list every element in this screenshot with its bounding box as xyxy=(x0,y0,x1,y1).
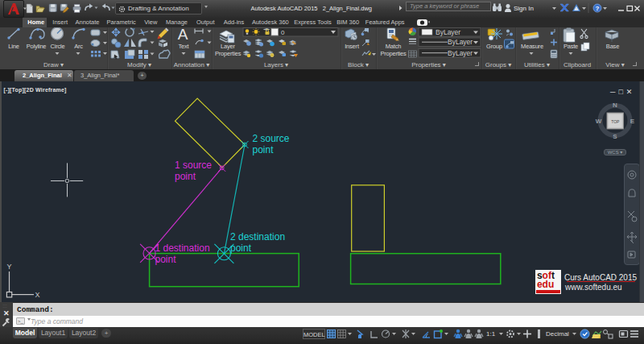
svg-text:?: ? xyxy=(596,5,600,12)
svg-text:ByLayer: ByLayer xyxy=(448,38,473,46)
svg-text:E: E xyxy=(630,118,635,125)
svg-text:ByLayer: ByLayer xyxy=(448,49,473,57)
svg-text:TOP: TOP xyxy=(611,119,620,124)
svg-text:0: 0 xyxy=(281,29,285,36)
svg-text:ByLayer: ByLayer xyxy=(436,28,460,36)
svg-text:W: W xyxy=(596,118,602,125)
svg-text:A: A xyxy=(178,27,188,43)
svg-text:S: S xyxy=(613,133,617,140)
svg-text:Y: Y xyxy=(6,263,11,271)
svg-text:N: N xyxy=(613,102,617,109)
svg-text:X: X xyxy=(35,291,40,299)
